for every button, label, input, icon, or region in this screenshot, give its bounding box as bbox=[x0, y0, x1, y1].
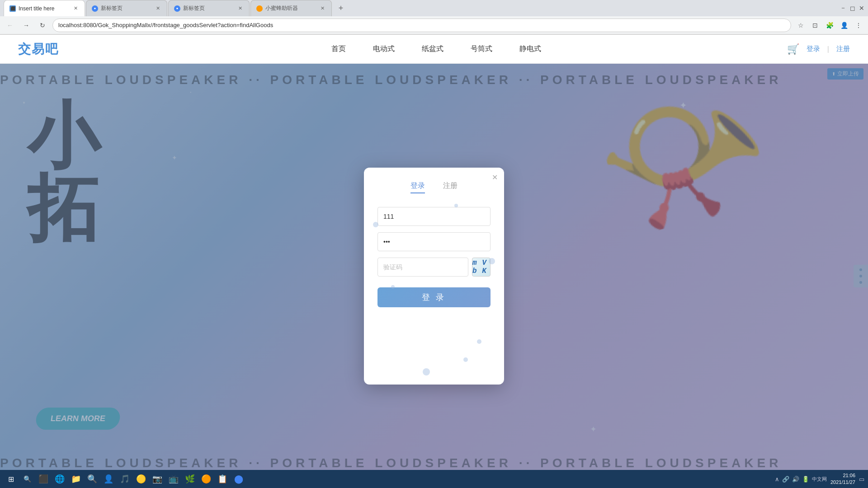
url-display: localhost:8080/Gok_ShoppingMallx//fronts… bbox=[58, 22, 273, 28]
modal-decor-dot-1 bbox=[373, 222, 378, 227]
login-link[interactable]: 登录 bbox=[807, 45, 820, 53]
tab-title-1: Insert title here bbox=[19, 5, 69, 12]
minimize-button[interactable]: － bbox=[840, 4, 846, 12]
modal-tabs: 登录 注册 bbox=[377, 181, 491, 193]
nav-electric[interactable]: 电动式 bbox=[373, 44, 395, 54]
browser-tab-1[interactable]: ⬛ Insert title here ✕ bbox=[4, 0, 85, 16]
browser-tab-3[interactable]: ● 新标签页 ✕ bbox=[168, 0, 250, 16]
ime-label[interactable]: 中文网 bbox=[812, 476, 827, 483]
show-desktop-button[interactable]: ▭ bbox=[859, 476, 864, 483]
restore-button[interactable]: ◻ bbox=[850, 5, 855, 12]
taskbar-icon-explorer[interactable]: 📁 bbox=[69, 472, 83, 486]
site-nav: 首页 电动式 纸盆式 号筒式 静电式 bbox=[86, 44, 787, 54]
modal-decor-dot-4 bbox=[477, 339, 481, 344]
battery-icon[interactable]: 🔋 bbox=[802, 476, 809, 483]
captcha-input[interactable] bbox=[377, 258, 468, 277]
register-link[interactable]: 注册 bbox=[836, 45, 850, 53]
login-submit-button[interactable]: 登 录 bbox=[377, 287, 491, 307]
menu-icon[interactable]: ⋮ bbox=[853, 19, 864, 31]
modal-decor-dot-5 bbox=[423, 368, 430, 375]
browser-tab-2[interactable]: ● 新标签页 ✕ bbox=[86, 0, 167, 16]
modal-decor-dot-7 bbox=[454, 204, 458, 207]
taskbar-icon-11[interactable]: 📋 bbox=[215, 472, 230, 486]
bookmark-star-icon[interactable]: ☆ bbox=[795, 19, 807, 31]
back-button[interactable]: ← bbox=[4, 19, 16, 32]
taskbar-icon-9[interactable]: 🌿 bbox=[183, 472, 197, 486]
tab-favicon-3: ● bbox=[174, 5, 180, 12]
modal-overlay: ✕ 登录 注册 bbox=[0, 64, 868, 488]
modal-decor-dot-3 bbox=[489, 258, 495, 264]
taskbar-icon-taskview[interactable]: ⬛ bbox=[36, 472, 51, 486]
search-button[interactable]: 🔍 bbox=[20, 472, 34, 486]
browser-tab-4[interactable]: 小蜜蜂助听器 ✕ bbox=[250, 0, 332, 16]
tab-title-2: 新标签页 bbox=[101, 5, 151, 12]
modal-decor-dot-6 bbox=[463, 357, 468, 362]
modal-close-button[interactable]: ✕ bbox=[492, 173, 498, 182]
start-button[interactable]: ⊞ bbox=[4, 472, 18, 486]
modal-decor-dot-2 bbox=[391, 285, 395, 289]
taskbar-icon-edge[interactable]: 🌐 bbox=[52, 472, 67, 486]
tab-close-3[interactable]: ✕ bbox=[236, 5, 244, 12]
taskbar: ⊞ 🔍 ⬛ 🌐 📁 🔍 👤 🎵 🟡 📷 📺 🌿 🟠 📋 ⬤ ∧ 🔗 🔊 🔋 中文… bbox=[0, 470, 868, 488]
modal-tab-login[interactable]: 登录 bbox=[410, 181, 425, 193]
clock-time: 21:06 bbox=[830, 472, 855, 479]
password-input[interactable] bbox=[377, 232, 491, 251]
browser-chrome: ⬛ Insert title here ✕ ● 新标签页 ✕ ● 新标签页 ✕ … bbox=[0, 0, 868, 35]
tab-favicon-1: ⬛ bbox=[9, 5, 16, 12]
taskbar-icon-3[interactable]: 🔍 bbox=[85, 472, 99, 486]
tab-title-4: 小蜜蜂助听器 bbox=[265, 5, 316, 12]
main-page: 交易吧 首页 电动式 纸盆式 号筒式 静电式 🛒 登录 | 注册 PORTABL… bbox=[0, 35, 868, 488]
forward-button[interactable]: → bbox=[20, 19, 33, 32]
taskbar-icon-4[interactable]: 👤 bbox=[101, 472, 116, 486]
taskbar-icon-7[interactable]: 📷 bbox=[150, 472, 165, 486]
header-right: 🛒 登录 | 注册 bbox=[787, 43, 850, 55]
taskbar-icon-5[interactable]: 🎵 bbox=[118, 472, 132, 486]
nav-home[interactable]: 首页 bbox=[331, 44, 346, 54]
clock-date: 2021/11/27 bbox=[830, 479, 855, 486]
network-icon[interactable]: 🔗 bbox=[782, 476, 789, 483]
nav-horn[interactable]: 号筒式 bbox=[471, 44, 492, 54]
account-icon[interactable]: 👤 bbox=[838, 19, 850, 31]
captcha-text: m V b K bbox=[472, 259, 490, 275]
taskbar-icon-chrome[interactable]: ⬤ bbox=[231, 472, 246, 486]
taskbar-icon-8[interactable]: 📺 bbox=[166, 472, 181, 486]
tab-close-4[interactable]: ✕ bbox=[319, 5, 326, 12]
site-header: 交易吧 首页 电动式 纸盆式 号筒式 静电式 🛒 登录 | 注册 bbox=[0, 35, 868, 64]
login-modal: ✕ 登录 注册 bbox=[364, 168, 504, 385]
tab-title-3: 新标签页 bbox=[183, 5, 234, 12]
tab-bar: ⬛ Insert title here ✕ ● 新标签页 ✕ ● 新标签页 ✕ … bbox=[0, 0, 868, 16]
modal-tab-register[interactable]: 注册 bbox=[443, 181, 458, 193]
chevron-up-icon[interactable]: ∧ bbox=[775, 476, 779, 483]
tab-close-2[interactable]: ✕ bbox=[154, 5, 161, 12]
nav-paper-cone[interactable]: 纸盆式 bbox=[422, 44, 443, 54]
taskbar-icon-10[interactable]: 🟠 bbox=[199, 472, 213, 486]
cast-icon[interactable]: ⊡ bbox=[809, 19, 821, 31]
tab-favicon-4 bbox=[256, 5, 263, 12]
system-clock[interactable]: 21:06 2021/11/27 bbox=[830, 472, 855, 486]
hero-banner: PORTABLE LOUDSPEAKER ·· PORTABLE LOUDSPE… bbox=[0, 64, 868, 488]
captcha-image[interactable]: m V b K bbox=[472, 258, 491, 277]
reload-button[interactable]: ↻ bbox=[36, 19, 49, 32]
browser-controls: ← → ↻ localhost:8080/Gok_ShoppingMallx//… bbox=[0, 16, 868, 34]
divider: | bbox=[827, 45, 829, 53]
volume-icon[interactable]: 🔊 bbox=[792, 476, 799, 483]
nav-electrostatic[interactable]: 静电式 bbox=[519, 44, 541, 54]
tab-close-1[interactable]: ✕ bbox=[72, 5, 79, 12]
taskbar-icon-6[interactable]: 🟡 bbox=[134, 472, 148, 486]
taskbar-right: ∧ 🔗 🔊 🔋 中文网 21:06 2021/11/27 ▭ bbox=[775, 472, 864, 486]
new-tab-button[interactable]: + bbox=[335, 2, 347, 14]
site-logo: 交易吧 bbox=[18, 41, 59, 58]
browser-actions: ☆ ⊡ 🧩 👤 ⋮ bbox=[795, 19, 864, 31]
taskbar-apps: ⬛ 🌐 📁 🔍 👤 🎵 🟡 📷 📺 🌿 🟠 📋 ⬤ bbox=[36, 472, 246, 486]
system-tray-icons: ∧ 🔗 🔊 🔋 中文网 bbox=[775, 476, 827, 483]
address-bar[interactable]: localhost:8080/Gok_ShoppingMallx//fronts… bbox=[52, 19, 791, 32]
username-input[interactable] bbox=[377, 207, 491, 226]
extensions-icon[interactable]: 🧩 bbox=[824, 19, 835, 31]
cart-icon[interactable]: 🛒 bbox=[787, 43, 799, 55]
close-button[interactable]: ✕ bbox=[859, 5, 864, 12]
captcha-row: m V b K bbox=[377, 258, 491, 277]
tab-favicon-2: ● bbox=[92, 5, 98, 12]
